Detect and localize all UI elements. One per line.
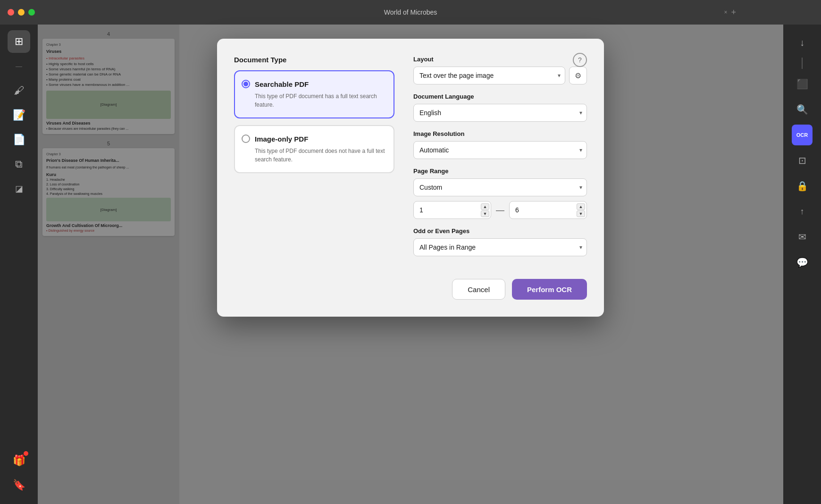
image-only-pdf-radio[interactable]	[242, 134, 250, 143]
share-btn[interactable]: ↑	[792, 201, 813, 222]
searchable-pdf-radio[interactable]	[242, 80, 250, 88]
secure-btn[interactable]: 🔒	[792, 176, 813, 196]
sidebar-item-layers[interactable]: ◪	[8, 177, 30, 200]
sidebar-item-gift[interactable]: 🎁	[8, 449, 30, 472]
layout-select[interactable]: Text over the page image Text under the …	[413, 67, 565, 84]
sidebar-item-pages[interactable]: 📄	[8, 128, 30, 151]
document-type-title: Document Type	[234, 56, 394, 64]
image-only-pdf-card[interactable]: Image-only PDF This type of PDF document…	[234, 125, 394, 173]
resolution-select[interactable]: Automatic 72 DPI 150 DPI 300 DPI 600 DPI	[413, 141, 587, 159]
traffic-lights	[8, 9, 35, 16]
layers-icon: ◪	[15, 184, 23, 194]
sidebar-separator: —	[8, 55, 30, 77]
brush-icon: 🖌	[14, 84, 24, 97]
gift-badge	[24, 451, 28, 456]
page-from-input[interactable]	[413, 201, 491, 219]
settings-icon-button[interactable]: ⚙	[569, 67, 587, 84]
lock-icon: 🔒	[796, 180, 808, 192]
layout-select-wrapper: Text over the page image Text under the …	[413, 67, 565, 84]
language-label: Document Language	[413, 93, 587, 100]
tab-controls: × +	[724, 8, 736, 17]
ocr-btn[interactable]: OCR	[792, 125, 813, 145]
sidebar-item-bookmark[interactable]: 🔖	[8, 474, 30, 496]
searchable-pdf-card[interactable]: Searchable PDF This type of PDF document…	[234, 70, 394, 118]
bookmark-icon: 🔖	[13, 479, 25, 491]
dialog-right-column: Layout Text over the page image Text und…	[413, 56, 587, 265]
close-tab-button[interactable]: ×	[724, 9, 727, 16]
close-window-button[interactable]	[8, 9, 14, 16]
presentation-icon: ⬛	[796, 78, 808, 90]
notes-icon: 📝	[13, 109, 25, 121]
layout-label: Layout	[413, 56, 587, 63]
page-range-inputs: ▲ ▼ — ▲ ▼	[413, 201, 587, 219]
scan-btn[interactable]: ⊡	[792, 150, 813, 171]
resolution-label: Image Resolution	[413, 130, 587, 137]
searchable-pdf-desc: This type of PDF document has a full tex…	[242, 92, 385, 109]
odd-even-label: Odd or Even Pages	[413, 227, 587, 235]
title-bar: World of Microbes × +	[0, 0, 821, 25]
resolution-field-group: Image Resolution Automatic 72 DPI 150 DP…	[413, 130, 587, 159]
dialog-footer: Cancel Perform OCR	[234, 279, 587, 300]
question-mark-icon: ?	[578, 56, 582, 64]
ocr-dialog: ? Document Type Searchable PDF This type…	[217, 39, 604, 317]
down-arrow-icon: ↓	[800, 37, 804, 48]
gift-icon: 🎁	[13, 454, 25, 467]
mail-btn[interactable]: ✉	[792, 227, 813, 247]
gear-icon: ⚙	[575, 71, 581, 80]
search-btn[interactable]: 🔍	[792, 99, 813, 120]
image-only-pdf-desc: This type of PDF document does not have …	[242, 147, 385, 164]
odd-even-field-group: Odd or Even Pages All Pages in Range Odd…	[413, 227, 587, 256]
sidebar-item-brush[interactable]: 🖌	[8, 79, 30, 102]
dialog-overlay: ? Document Type Searchable PDF This type…	[38, 25, 783, 504]
add-tab-button[interactable]: +	[731, 8, 736, 17]
page-range-label: Page Range	[413, 168, 587, 175]
layout-field-group: Layout Text over the page image Text und…	[413, 56, 587, 84]
scan-icon: ⊡	[798, 155, 806, 166]
presentation-btn[interactable]: ⬛	[792, 74, 813, 94]
mail-icon: ✉	[798, 231, 806, 243]
page-to-wrapper: ▲ ▼	[509, 201, 587, 219]
searchable-pdf-label: Searchable PDF	[255, 80, 309, 88]
page-from-steppers: ▲ ▼	[481, 203, 489, 217]
range-dash: —	[496, 205, 504, 215]
search-icon: 🔍	[796, 104, 808, 115]
ocr-icon: OCR	[796, 132, 808, 138]
sidebar-item-compare[interactable]: ⧉	[8, 153, 30, 176]
page-to-up[interactable]: ▲	[577, 203, 585, 210]
comment-icon: 💬	[796, 257, 808, 268]
pages-icon: 📄	[13, 134, 25, 146]
odd-even-select[interactable]: All Pages in Range Odd Pages Only Even P…	[413, 238, 587, 256]
page-from-wrapper: ▲ ▼	[413, 201, 491, 219]
perform-ocr-button[interactable]: Perform OCR	[512, 279, 587, 300]
right-divider	[802, 58, 803, 69]
language-field-group: Document Language English French German …	[413, 93, 587, 122]
comment-btn[interactable]: 💬	[792, 252, 813, 273]
help-icon-button[interactable]: ?	[573, 53, 587, 67]
download-icon-btn[interactable]: ↓	[792, 32, 813, 53]
cancel-button[interactable]: Cancel	[452, 279, 505, 300]
page-to-steppers: ▲ ▼	[577, 203, 585, 217]
share-icon: ↑	[800, 207, 804, 217]
page-range-field-group: Page Range Custom All Pages Current Page…	[413, 168, 587, 219]
page-from-down[interactable]: ▼	[481, 210, 489, 217]
language-select[interactable]: English French German Spanish	[413, 104, 587, 122]
minimize-window-button[interactable]	[18, 9, 25, 16]
sidebar-item-notes[interactable]: 📝	[8, 104, 30, 126]
right-sidebar: ↓ ⬛ 🔍 OCR ⊡ 🔒 ↑ ✉ 💬	[783, 25, 821, 504]
sidebar-item-thumbnails[interactable]: ⊞	[8, 30, 30, 53]
image-only-pdf-label: Image-only PDF	[255, 135, 308, 143]
page-from-up[interactable]: ▲	[481, 203, 489, 210]
thumbnails-icon: ⊞	[15, 35, 23, 48]
window-title: World of Microbes	[384, 8, 437, 16]
page-to-down[interactable]: ▼	[577, 210, 585, 217]
page-range-select[interactable]: Custom All Pages Current Page	[413, 178, 587, 196]
page-to-input[interactable]	[509, 201, 587, 219]
compare-icon: ⧉	[15, 158, 23, 170]
maximize-window-button[interactable]	[28, 9, 35, 16]
dialog-left-column: Document Type Searchable PDF This type o…	[234, 56, 394, 265]
left-sidebar: ⊞ — 🖌 📝 📄 ⧉ ◪ 🎁 🔖	[0, 25, 38, 504]
